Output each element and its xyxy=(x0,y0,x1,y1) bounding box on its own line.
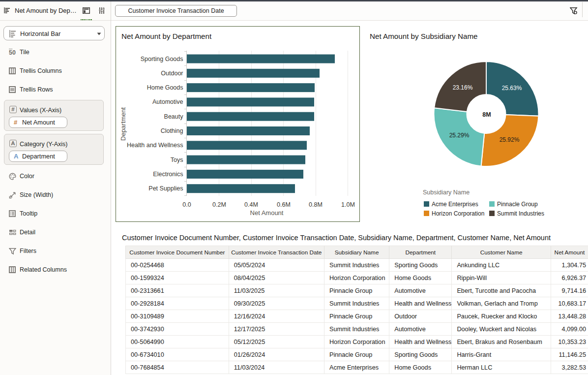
svg-text:Health and Wellness: Health and Wellness xyxy=(127,142,183,149)
svg-text:Sporting Goods: Sporting Goods xyxy=(141,56,183,62)
svg-text:Department: Department xyxy=(119,107,127,141)
svg-text:23.16%: 23.16% xyxy=(453,84,473,91)
svg-text:25.92%: 25.92% xyxy=(500,136,520,143)
svg-text:25.63%: 25.63% xyxy=(502,85,522,92)
svg-text:0.4M: 0.4M xyxy=(244,201,258,208)
svg-text:1.0M: 1.0M xyxy=(341,201,355,208)
svg-text:0.8M: 0.8M xyxy=(309,201,323,208)
svg-text:50: 50 xyxy=(9,49,16,56)
svg-text:8M: 8M xyxy=(482,111,491,118)
svg-text:0.2M: 0.2M xyxy=(212,201,226,208)
svg-text:0.0: 0.0 xyxy=(182,201,191,208)
svg-text:Net Amount: Net Amount xyxy=(250,209,284,217)
svg-text:Home Goods: Home Goods xyxy=(147,84,183,91)
svg-text:Automotive: Automotive xyxy=(152,98,183,105)
svg-text:25.29%: 25.29% xyxy=(449,132,470,139)
svg-text:Pet Supplies: Pet Supplies xyxy=(148,185,183,192)
svg-text:0.6M: 0.6M xyxy=(277,201,291,208)
svg-text:Electronics: Electronics xyxy=(153,171,183,178)
svg-text:Outdoor: Outdoor xyxy=(161,70,183,77)
svg-text:Toys: Toys xyxy=(171,156,183,163)
svg-text:Beauty: Beauty xyxy=(164,113,184,120)
svg-text:Clothing: Clothing xyxy=(161,127,183,134)
